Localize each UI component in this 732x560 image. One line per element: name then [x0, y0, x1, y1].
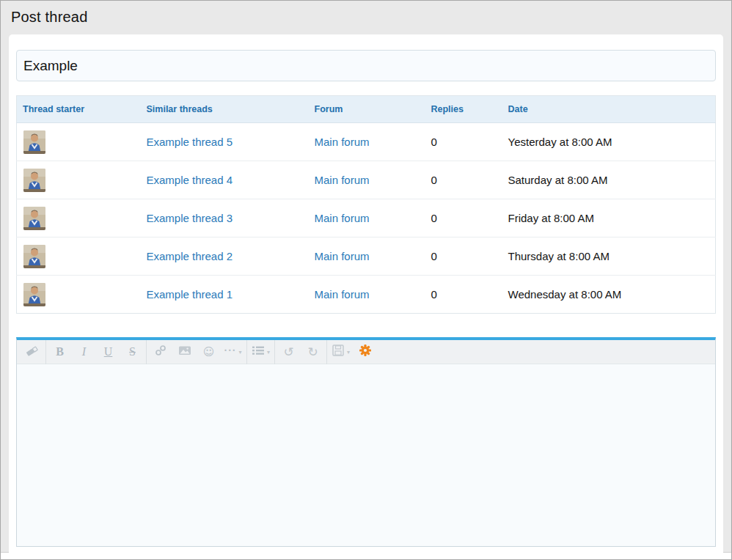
toolbar-separator: [45, 340, 46, 364]
avatar[interactable]: [23, 245, 45, 268]
replies-count: 0: [425, 276, 502, 314]
replies-count: 0: [425, 161, 502, 199]
forum-link[interactable]: Main forum: [315, 174, 370, 186]
replies-count: 0: [425, 123, 502, 161]
thread-link[interactable]: Example thread 5: [147, 136, 233, 148]
strikethrough-icon: S: [129, 345, 136, 358]
undo-button[interactable]: ↺: [277, 340, 301, 364]
avatar[interactable]: [23, 130, 45, 154]
table-row: Example thread 2 Main forum 0 Thursday a…: [17, 237, 716, 276]
thread-link[interactable]: Example thread 1: [147, 288, 233, 301]
gear-icon: [359, 344, 372, 360]
col-header-thread-starter: Thread starter: [17, 96, 141, 123]
avatar[interactable]: [23, 207, 45, 230]
save-icon: [332, 344, 345, 360]
post-thread-page: Post thread Thread starter Similar threa…: [0, 0, 732, 560]
editor-body[interactable]: [17, 364, 715, 546]
list-icon: [252, 344, 265, 360]
underline-button[interactable]: U: [96, 340, 120, 364]
avatar[interactable]: [23, 283, 45, 306]
forum-link[interactable]: Main forum: [315, 288, 370, 301]
italic-icon: I: [82, 345, 86, 358]
thread-date: Wednesday at 8:00 AM: [502, 276, 716, 314]
table-row: Example thread 4 Main forum 0 Saturday a…: [17, 161, 716, 199]
avatar[interactable]: [23, 169, 45, 192]
more-options-button[interactable]: ···▾: [221, 340, 245, 364]
table-row: Example thread 5 Main forum 0 Yesterday …: [17, 123, 716, 161]
col-header-replies: Replies: [425, 96, 502, 123]
form-background: Post thread Thread starter Similar threa…: [1, 1, 731, 553]
forum-link[interactable]: Main forum: [315, 250, 370, 262]
thread-date: Thursday at 8:00 AM: [502, 237, 716, 276]
link-icon: [154, 344, 167, 360]
page-title: Post thread: [9, 1, 723, 34]
toolbar-separator: [146, 340, 147, 364]
bold-icon: B: [56, 345, 64, 358]
thread-form-panel: Thread starter Similar threads Forum Rep…: [9, 34, 723, 553]
thread-link[interactable]: Example thread 2: [147, 250, 233, 262]
undo-icon: ↺: [283, 345, 293, 359]
similar-threads-table: Thread starter Similar threads Forum Rep…: [16, 95, 716, 314]
thread-title-input[interactable]: [16, 50, 716, 81]
editor-toolbar: B I U S ☺ ···▾ ▾ ↺ ↻ ▾: [17, 340, 715, 364]
col-header-similar-threads: Similar threads: [141, 96, 309, 123]
redo-button[interactable]: ↻: [301, 340, 325, 364]
thread-link[interactable]: Example thread 3: [147, 212, 233, 224]
chevron-down-icon: ▾: [267, 349, 270, 355]
bold-button[interactable]: B: [48, 340, 72, 364]
list-button[interactable]: ▾: [249, 340, 273, 364]
table-row: Example thread 1 Main forum 0 Wednesday …: [17, 276, 716, 314]
col-header-date: Date: [502, 96, 716, 123]
thread-date: Yesterday at 8:00 AM: [502, 123, 716, 161]
smiley-button[interactable]: ☺: [197, 340, 221, 364]
forum-link[interactable]: Main forum: [315, 212, 370, 224]
rich-text-editor: B I U S ☺ ···▾ ▾ ↺ ↻ ▾: [16, 337, 716, 547]
chevron-down-icon: ▾: [238, 349, 241, 355]
underline-icon: U: [104, 345, 113, 358]
italic-button[interactable]: I: [72, 340, 96, 364]
toolbar-separator: [246, 340, 247, 364]
save-draft-button[interactable]: ▾: [329, 340, 353, 364]
redo-icon: ↻: [307, 345, 318, 359]
toolbar-separator: [326, 340, 327, 364]
table-header-row: Thread starter Similar threads Forum Rep…: [17, 96, 716, 123]
eraser-icon: [26, 344, 39, 360]
strikethrough-button[interactable]: S: [120, 340, 144, 364]
thread-link[interactable]: Example thread 4: [147, 174, 233, 186]
toolbar-separator: [274, 340, 275, 364]
more-icon: ···: [224, 345, 236, 359]
image-icon: [178, 344, 191, 360]
replies-count: 0: [425, 199, 502, 237]
insert-link-button[interactable]: [148, 340, 172, 364]
col-header-forum: Forum: [309, 96, 425, 123]
table-row: Example thread 3 Main forum 0 Friday at …: [17, 199, 716, 237]
thread-date: Saturday at 8:00 AM: [502, 161, 716, 199]
thread-date: Friday at 8:00 AM: [502, 199, 716, 237]
chevron-down-icon: ▾: [347, 349, 350, 355]
editor-settings-button[interactable]: [353, 340, 377, 364]
smiley-icon: ☺: [203, 345, 215, 358]
remove-format-button[interactable]: [20, 340, 44, 364]
forum-link[interactable]: Main forum: [315, 136, 370, 148]
replies-count: 0: [425, 237, 502, 276]
insert-image-button[interactable]: [172, 340, 197, 364]
